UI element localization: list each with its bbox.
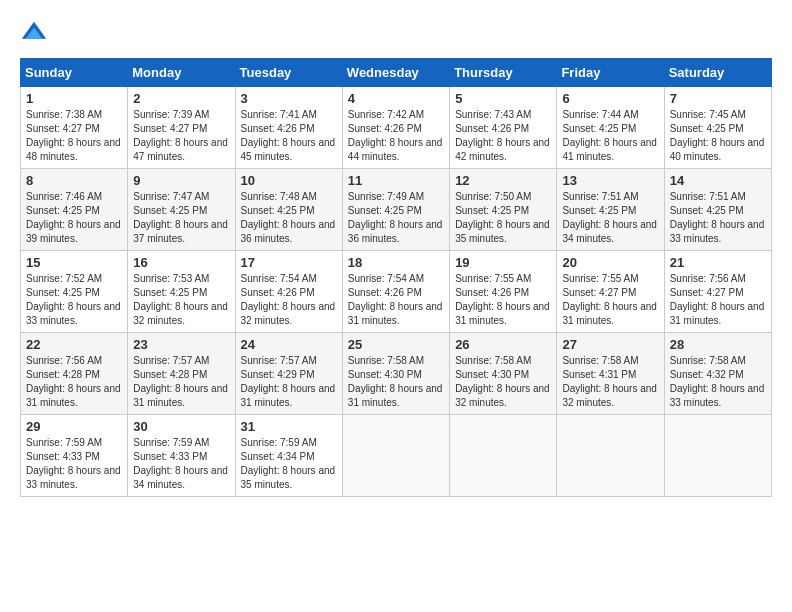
- calendar-week-row: 29 Sunrise: 7:59 AM Sunset: 4:33 PM Dayl…: [21, 415, 772, 497]
- day-info: Sunrise: 7:56 AM Sunset: 4:28 PM Dayligh…: [26, 354, 122, 410]
- calendar-cell: 30 Sunrise: 7:59 AM Sunset: 4:33 PM Dayl…: [128, 415, 235, 497]
- day-number: 17: [241, 255, 337, 270]
- day-info: Sunrise: 7:58 AM Sunset: 4:30 PM Dayligh…: [348, 354, 444, 410]
- day-number: 10: [241, 173, 337, 188]
- day-info: Sunrise: 7:48 AM Sunset: 4:25 PM Dayligh…: [241, 190, 337, 246]
- day-info: Sunrise: 7:52 AM Sunset: 4:25 PM Dayligh…: [26, 272, 122, 328]
- day-info: Sunrise: 7:49 AM Sunset: 4:25 PM Dayligh…: [348, 190, 444, 246]
- day-info: Sunrise: 7:43 AM Sunset: 4:26 PM Dayligh…: [455, 108, 551, 164]
- day-number: 23: [133, 337, 229, 352]
- day-number: 28: [670, 337, 766, 352]
- calendar-cell: 18 Sunrise: 7:54 AM Sunset: 4:26 PM Dayl…: [342, 251, 449, 333]
- calendar-header-row: SundayMondayTuesdayWednesdayThursdayFrid…: [21, 59, 772, 87]
- day-info: Sunrise: 7:45 AM Sunset: 4:25 PM Dayligh…: [670, 108, 766, 164]
- weekday-header: Tuesday: [235, 59, 342, 87]
- day-info: Sunrise: 7:59 AM Sunset: 4:33 PM Dayligh…: [133, 436, 229, 492]
- calendar-cell: 2 Sunrise: 7:39 AM Sunset: 4:27 PM Dayli…: [128, 87, 235, 169]
- day-info: Sunrise: 7:53 AM Sunset: 4:25 PM Dayligh…: [133, 272, 229, 328]
- day-number: 1: [26, 91, 122, 106]
- calendar-cell: 15 Sunrise: 7:52 AM Sunset: 4:25 PM Dayl…: [21, 251, 128, 333]
- calendar-week-row: 1 Sunrise: 7:38 AM Sunset: 4:27 PM Dayli…: [21, 87, 772, 169]
- day-info: Sunrise: 7:55 AM Sunset: 4:27 PM Dayligh…: [562, 272, 658, 328]
- day-number: 30: [133, 419, 229, 434]
- day-info: Sunrise: 7:42 AM Sunset: 4:26 PM Dayligh…: [348, 108, 444, 164]
- calendar-cell: 23 Sunrise: 7:57 AM Sunset: 4:28 PM Dayl…: [128, 333, 235, 415]
- day-number: 20: [562, 255, 658, 270]
- day-info: Sunrise: 7:54 AM Sunset: 4:26 PM Dayligh…: [241, 272, 337, 328]
- day-number: 8: [26, 173, 122, 188]
- calendar-cell: 16 Sunrise: 7:53 AM Sunset: 4:25 PM Dayl…: [128, 251, 235, 333]
- calendar-cell: 22 Sunrise: 7:56 AM Sunset: 4:28 PM Dayl…: [21, 333, 128, 415]
- day-info: Sunrise: 7:51 AM Sunset: 4:25 PM Dayligh…: [670, 190, 766, 246]
- calendar-cell: 13 Sunrise: 7:51 AM Sunset: 4:25 PM Dayl…: [557, 169, 664, 251]
- day-number: 31: [241, 419, 337, 434]
- day-info: Sunrise: 7:58 AM Sunset: 4:32 PM Dayligh…: [670, 354, 766, 410]
- calendar-cell: 6 Sunrise: 7:44 AM Sunset: 4:25 PM Dayli…: [557, 87, 664, 169]
- calendar-cell: 12 Sunrise: 7:50 AM Sunset: 4:25 PM Dayl…: [450, 169, 557, 251]
- day-number: 13: [562, 173, 658, 188]
- day-info: Sunrise: 7:50 AM Sunset: 4:25 PM Dayligh…: [455, 190, 551, 246]
- calendar-cell: 4 Sunrise: 7:42 AM Sunset: 4:26 PM Dayli…: [342, 87, 449, 169]
- calendar-cell: [342, 415, 449, 497]
- day-number: 11: [348, 173, 444, 188]
- calendar-cell: 5 Sunrise: 7:43 AM Sunset: 4:26 PM Dayli…: [450, 87, 557, 169]
- calendar-cell: [450, 415, 557, 497]
- day-info: Sunrise: 7:59 AM Sunset: 4:34 PM Dayligh…: [241, 436, 337, 492]
- day-number: 2: [133, 91, 229, 106]
- calendar-cell: 28 Sunrise: 7:58 AM Sunset: 4:32 PM Dayl…: [664, 333, 771, 415]
- calendar-cell: 21 Sunrise: 7:56 AM Sunset: 4:27 PM Dayl…: [664, 251, 771, 333]
- day-number: 5: [455, 91, 551, 106]
- calendar-cell: 8 Sunrise: 7:46 AM Sunset: 4:25 PM Dayli…: [21, 169, 128, 251]
- day-number: 16: [133, 255, 229, 270]
- day-number: 21: [670, 255, 766, 270]
- weekday-header: Thursday: [450, 59, 557, 87]
- day-number: 6: [562, 91, 658, 106]
- day-number: 12: [455, 173, 551, 188]
- weekday-header: Saturday: [664, 59, 771, 87]
- day-info: Sunrise: 7:58 AM Sunset: 4:30 PM Dayligh…: [455, 354, 551, 410]
- calendar-cell: [557, 415, 664, 497]
- day-number: 14: [670, 173, 766, 188]
- day-number: 24: [241, 337, 337, 352]
- day-number: 15: [26, 255, 122, 270]
- day-number: 25: [348, 337, 444, 352]
- day-info: Sunrise: 7:41 AM Sunset: 4:26 PM Dayligh…: [241, 108, 337, 164]
- day-number: 3: [241, 91, 337, 106]
- calendar-cell: 29 Sunrise: 7:59 AM Sunset: 4:33 PM Dayl…: [21, 415, 128, 497]
- calendar-cell: 26 Sunrise: 7:58 AM Sunset: 4:30 PM Dayl…: [450, 333, 557, 415]
- calendar-week-row: 8 Sunrise: 7:46 AM Sunset: 4:25 PM Dayli…: [21, 169, 772, 251]
- day-number: 9: [133, 173, 229, 188]
- page-header: [20, 20, 772, 48]
- day-info: Sunrise: 7:55 AM Sunset: 4:26 PM Dayligh…: [455, 272, 551, 328]
- calendar-cell: 7 Sunrise: 7:45 AM Sunset: 4:25 PM Dayli…: [664, 87, 771, 169]
- weekday-header: Sunday: [21, 59, 128, 87]
- calendar-cell: 9 Sunrise: 7:47 AM Sunset: 4:25 PM Dayli…: [128, 169, 235, 251]
- calendar-cell: 25 Sunrise: 7:58 AM Sunset: 4:30 PM Dayl…: [342, 333, 449, 415]
- calendar-cell: 3 Sunrise: 7:41 AM Sunset: 4:26 PM Dayli…: [235, 87, 342, 169]
- day-number: 4: [348, 91, 444, 106]
- calendar-table: SundayMondayTuesdayWednesdayThursdayFrid…: [20, 58, 772, 497]
- calendar-cell: 19 Sunrise: 7:55 AM Sunset: 4:26 PM Dayl…: [450, 251, 557, 333]
- calendar-cell: 20 Sunrise: 7:55 AM Sunset: 4:27 PM Dayl…: [557, 251, 664, 333]
- weekday-header: Wednesday: [342, 59, 449, 87]
- day-info: Sunrise: 7:47 AM Sunset: 4:25 PM Dayligh…: [133, 190, 229, 246]
- calendar-cell: 14 Sunrise: 7:51 AM Sunset: 4:25 PM Dayl…: [664, 169, 771, 251]
- day-info: Sunrise: 7:54 AM Sunset: 4:26 PM Dayligh…: [348, 272, 444, 328]
- day-info: Sunrise: 7:38 AM Sunset: 4:27 PM Dayligh…: [26, 108, 122, 164]
- day-number: 26: [455, 337, 551, 352]
- calendar-week-row: 22 Sunrise: 7:56 AM Sunset: 4:28 PM Dayl…: [21, 333, 772, 415]
- day-info: Sunrise: 7:44 AM Sunset: 4:25 PM Dayligh…: [562, 108, 658, 164]
- day-info: Sunrise: 7:39 AM Sunset: 4:27 PM Dayligh…: [133, 108, 229, 164]
- calendar-cell: 31 Sunrise: 7:59 AM Sunset: 4:34 PM Dayl…: [235, 415, 342, 497]
- logo-icon: [20, 20, 48, 48]
- calendar-cell: 27 Sunrise: 7:58 AM Sunset: 4:31 PM Dayl…: [557, 333, 664, 415]
- calendar-cell: [664, 415, 771, 497]
- day-number: 7: [670, 91, 766, 106]
- day-info: Sunrise: 7:57 AM Sunset: 4:29 PM Dayligh…: [241, 354, 337, 410]
- calendar-cell: 24 Sunrise: 7:57 AM Sunset: 4:29 PM Dayl…: [235, 333, 342, 415]
- day-number: 29: [26, 419, 122, 434]
- weekday-header: Friday: [557, 59, 664, 87]
- weekday-header: Monday: [128, 59, 235, 87]
- day-info: Sunrise: 7:46 AM Sunset: 4:25 PM Dayligh…: [26, 190, 122, 246]
- day-info: Sunrise: 7:58 AM Sunset: 4:31 PM Dayligh…: [562, 354, 658, 410]
